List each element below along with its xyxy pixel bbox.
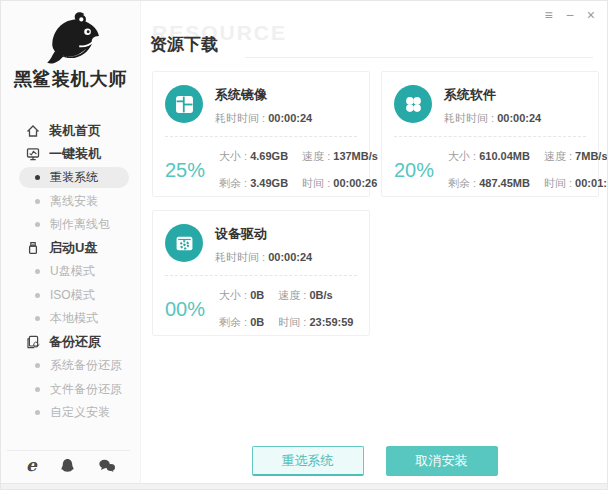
sidebar-item-custom-install[interactable]: 自定义安装: [1, 401, 140, 425]
sidebar: 黑鲨装机大师 装机首页 一键装机 重装系统 离线安装 制作离线包: [1, 1, 141, 483]
sidebar-item-one-key-install[interactable]: 一键装机: [1, 143, 140, 167]
stat-speed: 速度 : 0B/s: [278, 288, 353, 303]
sidebar-item-system-backup-restore[interactable]: 系统备份还原: [1, 354, 140, 378]
bullet-icon: [35, 316, 40, 321]
progress-percent: 00%: [165, 298, 209, 321]
reselect-system-button[interactable]: 重选系统: [252, 446, 364, 476]
sidebar-item-label: 制作离线包: [50, 216, 110, 233]
title-rule: [245, 57, 593, 58]
page-title: 资源下载: [150, 33, 218, 56]
sidebar-item-label: 文件备份还原: [50, 381, 122, 398]
card-divider: [165, 275, 357, 276]
sidebar-item-label: 系统备份还原: [50, 357, 122, 374]
stat-size: 大小 : 610.04MB: [448, 149, 530, 164]
sidebar-item-reinstall-system[interactable]: 重装系统: [1, 166, 140, 190]
card-stats: 大小 : 610.04MB 速度 : 7MB/s 剩余 : 487.45MB 时…: [448, 149, 608, 191]
card-system-image: 系统镜像 耗时时间 : 00:00:24 25% 大小 : 4.69GB 速度 …: [152, 71, 370, 197]
sidebar-item-file-backup-restore[interactable]: 文件备份还原: [1, 378, 140, 402]
stat-speed: 速度 : 7MB/s: [544, 149, 608, 164]
stat-speed: 速度 : 137MB/s: [302, 149, 378, 164]
download-cards: 系统镜像 耗时时间 : 00:00:24 25% 大小 : 4.69GB 速度 …: [152, 71, 599, 336]
sidebar-item-iso-mode[interactable]: ISO模式: [1, 284, 140, 308]
sidebar-item-label: 本地模式: [50, 310, 98, 327]
stat-time: 时间 : 00:00:26: [302, 176, 378, 191]
sidebar-item-usb-mode[interactable]: U盘模式: [1, 260, 140, 284]
bullet-icon: [35, 199, 40, 204]
qq-icon[interactable]: [59, 457, 76, 474]
cancel-install-button[interactable]: 取消安装: [386, 446, 498, 476]
progress-percent: 25%: [165, 159, 209, 182]
sidebar-menu: 装机首页 一键装机 重装系统 离线安装 制作离线包 启动U盘: [1, 119, 140, 425]
page-header: RESOURCE 资源下载: [150, 21, 599, 61]
window-menu-icon[interactable]: ≡: [544, 7, 552, 23]
card-title: 系统软件: [444, 86, 541, 104]
home-icon: [25, 123, 41, 139]
sidebar-divider: [7, 450, 130, 451]
stat-remaining: 剩余 : 487.45MB: [448, 176, 530, 191]
card-elapsed: 耗时时间 : 00:00:24: [215, 250, 312, 265]
window-controls: ≡ − ×: [544, 7, 595, 23]
sidebar-item-label: 备份还原: [49, 333, 101, 351]
bullet-icon: [35, 410, 40, 415]
system-image-icon: [165, 85, 203, 123]
card-divider: [165, 136, 357, 137]
device-driver-icon: [165, 224, 203, 262]
minimize-icon[interactable]: −: [566, 7, 574, 23]
main-content: RESOURCE 资源下载 系统镜像 耗时时间 : 00:00:24: [142, 1, 607, 483]
bullet-icon: [35, 293, 40, 298]
sidebar-item-boot-usb[interactable]: 启动U盘: [1, 237, 140, 261]
sidebar-item-label: 离线安装: [50, 193, 98, 210]
card-elapsed: 耗时时间 : 00:00:24: [215, 111, 312, 126]
backup-restore-icon: [25, 334, 41, 350]
bullet-icon: [35, 269, 40, 274]
shark-logo-icon: [40, 11, 102, 65]
monitor-icon: [25, 146, 41, 162]
bullet-icon: [35, 175, 40, 180]
card-device-driver: 设备驱动 耗时时间 : 00:00:24 00% 大小 : 0B 速度 : 0B…: [152, 210, 370, 336]
close-icon[interactable]: ×: [587, 7, 595, 23]
sidebar-item-label: 启动U盘: [49, 239, 97, 257]
app-name: 黑鲨装机大师: [1, 67, 140, 91]
ie-browser-icon[interactable]: e: [26, 457, 37, 473]
sidebar-item-label: 自定义安装: [50, 404, 110, 421]
card-divider: [394, 136, 586, 137]
app-window: ≡ − × 黑鲨装机大师 装机首页: [0, 0, 608, 490]
sidebar-item-offline-install[interactable]: 离线安装: [1, 190, 140, 214]
stat-time: 时间 : 23:59:59: [278, 315, 353, 330]
card-stats: 大小 : 4.69GB 速度 : 137MB/s 剩余 : 3.49GB 时间 …: [219, 149, 378, 191]
card-title: 设备驱动: [215, 225, 312, 243]
card-title: 系统镜像: [215, 86, 312, 104]
sidebar-item-label: 装机首页: [49, 122, 101, 140]
card-stats: 大小 : 0B 速度 : 0B/s 剩余 : 0B 时间 : 23:59:59: [219, 288, 353, 330]
progress-percent: 20%: [394, 159, 438, 182]
footer-actions: 重选系统 取消安装: [142, 446, 607, 476]
card-system-software: 系统软件 耗时时间 : 00:00:24 20% 大小 : 610.04MB 速…: [381, 71, 599, 197]
card-elapsed: 耗时时间 : 00:00:24: [444, 111, 541, 126]
chat-icon[interactable]: [98, 458, 116, 473]
stat-remaining: 剩余 : 0B: [219, 315, 264, 330]
sidebar-quick-icons: e: [1, 453, 141, 477]
sidebar-item-backup-restore[interactable]: 备份还原: [1, 331, 140, 355]
sidebar-item-label: ISO模式: [50, 287, 95, 304]
bullet-icon: [35, 363, 40, 368]
usb-icon: [25, 240, 41, 256]
bullet-icon: [35, 222, 40, 227]
sidebar-item-label: 重装系统: [50, 169, 98, 186]
system-software-icon: [394, 85, 432, 123]
stat-size: 大小 : 0B: [219, 288, 264, 303]
bottom-strip: [1, 483, 607, 489]
sidebar-item-label: 一键装机: [49, 145, 101, 163]
sidebar-item-make-offline-pack[interactable]: 制作离线包: [1, 213, 140, 237]
app-logo: 黑鲨装机大师: [1, 1, 140, 91]
bullet-icon: [35, 387, 40, 392]
sidebar-item-label: U盘模式: [50, 263, 95, 280]
stat-remaining: 剩余 : 3.49GB: [219, 176, 288, 191]
stat-time: 时间 : 00:01:14: [544, 176, 608, 191]
stat-size: 大小 : 4.69GB: [219, 149, 288, 164]
sidebar-item-install-home[interactable]: 装机首页: [1, 119, 140, 143]
sidebar-item-local-mode[interactable]: 本地模式: [1, 307, 140, 331]
